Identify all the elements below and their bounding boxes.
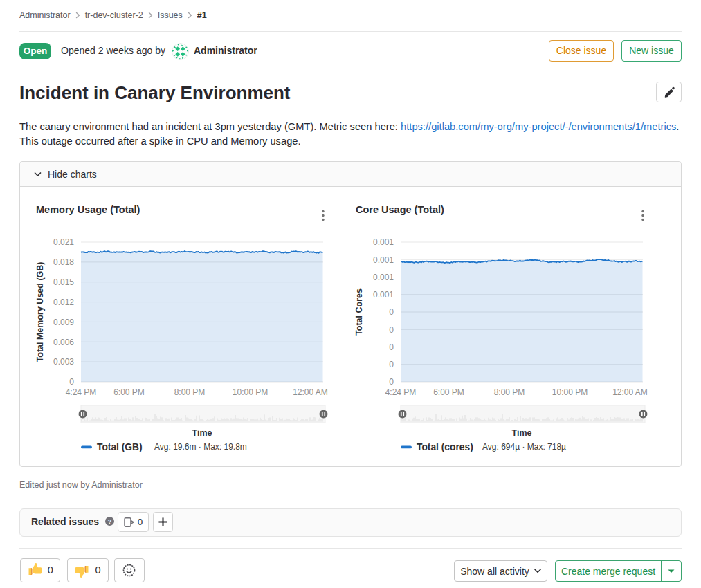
svg-text:4:24 PM: 4:24 PM — [385, 387, 417, 397]
svg-text:0.006: 0.006 — [53, 338, 74, 347]
svg-text:12:00 AM: 12:00 AM — [612, 387, 648, 397]
svg-text:Total Memory Used (GB): Total Memory Used (GB) — [35, 262, 45, 362]
svg-text:Core Usage (Total): Core Usage (Total) — [356, 204, 444, 215]
svg-text:6:00 PM: 6:00 PM — [113, 387, 145, 397]
svg-text:8:00 PM: 8:00 PM — [494, 387, 525, 397]
svg-text:0.001: 0.001 — [373, 237, 394, 247]
svg-text:0.018: 0.018 — [53, 257, 74, 267]
svg-text:Time: Time — [512, 428, 532, 438]
svg-text:0.001: 0.001 — [373, 273, 394, 282]
svg-text:0.015: 0.015 — [53, 277, 74, 287]
svg-text:0.001: 0.001 — [373, 255, 394, 265]
svg-text:0: 0 — [389, 325, 394, 335]
svg-text:12:00 AM: 12:00 AM — [293, 387, 328, 397]
svg-text:Avg: 694µ · Max: 718µ: Avg: 694µ · Max: 718µ — [482, 442, 566, 452]
svg-text:4:24 PM: 4:24 PM — [66, 387, 97, 397]
svg-text:0: 0 — [389, 360, 394, 369]
svg-text:?: ? — [108, 518, 112, 525]
svg-text:0.001: 0.001 — [373, 290, 394, 300]
svg-text:6:00 PM: 6:00 PM — [433, 387, 464, 397]
svg-text:0: 0 — [389, 377, 394, 387]
svg-text:0.003: 0.003 — [53, 357, 74, 367]
svg-text:8:00 PM: 8:00 PM — [174, 387, 206, 397]
svg-text:Avg: 19.6m · Max: 19.8m: Avg: 19.6m · Max: 19.8m — [154, 442, 247, 452]
svg-text:0: 0 — [389, 307, 394, 317]
svg-text:Total Cores: Total Cores — [354, 288, 364, 336]
svg-text:Total (cores): Total (cores) — [417, 442, 473, 452]
svg-text:Total (GB): Total (GB) — [97, 442, 143, 452]
svg-text:Time: Time — [192, 428, 212, 438]
svg-text:0.021: 0.021 — [53, 237, 74, 247]
svg-text:10:00 PM: 10:00 PM — [233, 387, 268, 397]
svg-text:Memory Usage (Total): Memory Usage (Total) — [36, 204, 140, 215]
svg-text:0: 0 — [389, 342, 394, 352]
svg-text:0: 0 — [69, 377, 74, 387]
svg-text:0.012: 0.012 — [53, 297, 74, 307]
svg-text:0.009: 0.009 — [53, 318, 74, 327]
svg-text:10:00 PM: 10:00 PM — [552, 387, 588, 397]
